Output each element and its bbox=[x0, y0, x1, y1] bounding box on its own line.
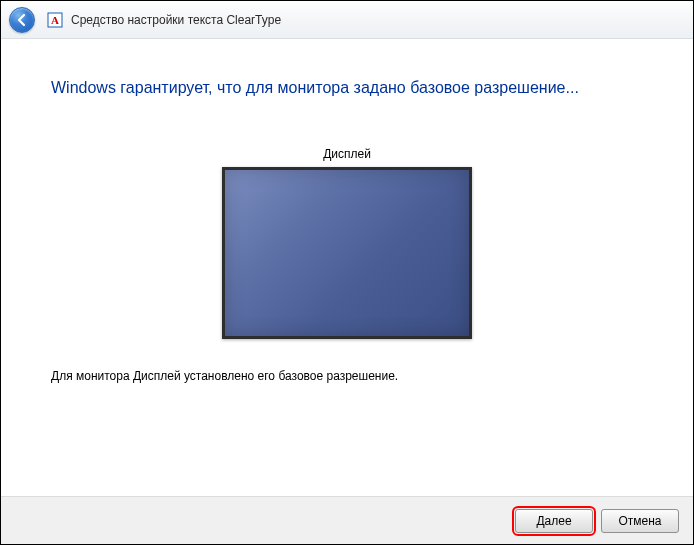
app-icon: A bbox=[47, 12, 63, 28]
status-text: Для монитора Дисплей установлено его баз… bbox=[51, 369, 643, 383]
display-label: Дисплей bbox=[51, 147, 643, 161]
back-button[interactable] bbox=[9, 7, 35, 33]
svg-text:A: A bbox=[51, 14, 59, 26]
display-block: Дисплей bbox=[51, 147, 643, 339]
content-area: Windows гарантирует, что для монитора за… bbox=[1, 39, 693, 544]
cancel-button[interactable]: Отмена bbox=[601, 509, 679, 533]
back-arrow-icon bbox=[15, 13, 29, 27]
next-button[interactable]: Далее bbox=[515, 509, 593, 533]
page-heading: Windows гарантирует, что для монитора за… bbox=[51, 79, 643, 97]
main-panel: Windows гарантирует, что для монитора за… bbox=[1, 39, 693, 496]
titlebar: A Средство настройки текста ClearType bbox=[1, 1, 693, 39]
monitor-icon bbox=[222, 167, 472, 339]
footer: Далее Отмена bbox=[1, 496, 693, 544]
window-title: Средство настройки текста ClearType bbox=[71, 13, 281, 27]
